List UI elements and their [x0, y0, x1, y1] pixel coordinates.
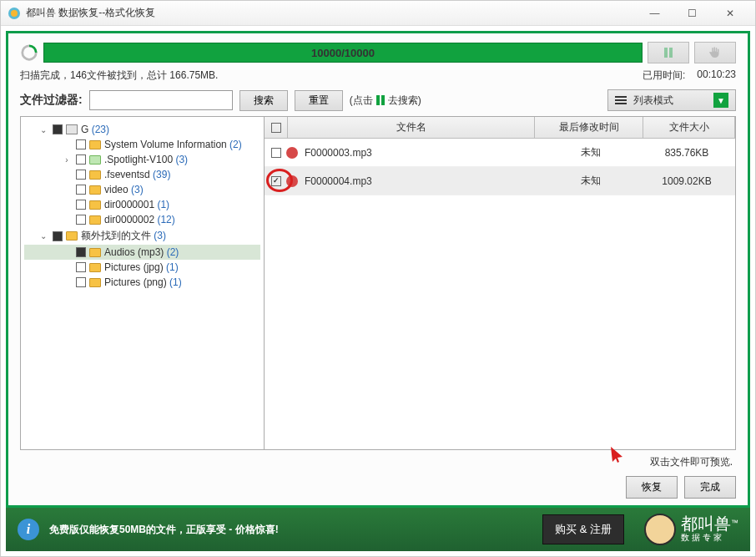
- file-row[interactable]: F0000003.mp3未知835.76KB: [265, 139, 735, 167]
- tree-node[interactable]: ⌄额外找到的文件 (3): [24, 227, 260, 245]
- tree-label: Pictures (png) (1): [104, 276, 182, 288]
- tree-node[interactable]: .fseventsd (39): [24, 167, 260, 182]
- tree-checkbox[interactable]: [76, 247, 86, 257]
- folder-icon: [89, 185, 101, 195]
- tree-checkbox[interactable]: [76, 185, 86, 195]
- tree-checkbox[interactable]: [76, 154, 86, 165]
- app-icon: [8, 7, 21, 20]
- filter-row: 文件过滤器: 搜索 重置 (点击 去搜索) 列表模式 ▼: [20, 89, 736, 111]
- tree-node[interactable]: Pictures (png) (1): [24, 275, 260, 290]
- stop-button[interactable]: [694, 42, 736, 63]
- progress-row: 10000/10000: [20, 42, 736, 63]
- spinner-icon: [20, 43, 38, 62]
- row-checkbox[interactable]: [271, 148, 281, 158]
- hint-row: 双击文件即可预览.: [20, 450, 736, 473]
- tree-label: Audios (mp3) (2): [104, 246, 179, 258]
- elapsed-value: 00:10:23: [697, 68, 736, 83]
- folder-icon: [89, 248, 101, 257]
- tree-label: System Volume Information (2): [104, 139, 242, 150]
- tree-checkbox[interactable]: [76, 262, 86, 272]
- file-name: F0000003.mp3: [305, 147, 537, 159]
- folder-icon: [89, 263, 101, 272]
- tree-checkbox[interactable]: [53, 124, 63, 134]
- search-button[interactable]: 搜索: [239, 90, 288, 111]
- finish-button[interactable]: 完成: [684, 476, 736, 499]
- tree-label: Pictures (jpg) (1): [104, 261, 179, 273]
- mascot-icon: [644, 514, 676, 545]
- chevron-icon[interactable]: ⌄: [38, 125, 49, 134]
- file-row[interactable]: F0000004.mp3未知1009.02KB: [265, 167, 735, 195]
- arrow-icon: [607, 443, 627, 463]
- view-mode-dropdown[interactable]: 列表模式 ▼: [607, 89, 736, 111]
- titlebar: 都叫兽 数据恢复--格式化恢复 — ☐ ✕: [1, 1, 755, 26]
- tree-checkbox[interactable]: [76, 139, 86, 149]
- list-icon: [615, 96, 627, 104]
- select-all-checkbox[interactable]: [271, 123, 281, 133]
- tree-node[interactable]: Pictures (jpg) (1): [24, 260, 260, 275]
- file-modified: 未知: [537, 145, 645, 160]
- status-row: 扫描完成，146文件被找到，总计 166.75MB. 已用时间: 00:10:2…: [20, 68, 736, 83]
- col-mod[interactable]: 最后修改时间: [535, 117, 643, 138]
- audio-file-icon: [286, 147, 298, 159]
- tree-node[interactable]: ⌄G (23): [24, 122, 260, 137]
- file-list-panel: 文件名 最后修改时间 文件大小 F0000003.mp3未知835.76KBF0…: [265, 117, 735, 449]
- row-checkbox[interactable]: [271, 176, 281, 186]
- view-mode-label: 列表模式: [633, 94, 673, 108]
- maximize-button[interactable]: ☐: [673, 2, 711, 25]
- filter-label: 文件过滤器:: [20, 93, 83, 108]
- col-size[interactable]: 文件大小: [643, 117, 735, 138]
- tree-node[interactable]: System Volume Information (2): [24, 137, 260, 152]
- brand-sub: 数据专家: [681, 532, 738, 544]
- minimize-button[interactable]: —: [636, 2, 673, 25]
- folder-icon: [89, 170, 101, 180]
- action-row: 恢复 完成: [20, 473, 736, 499]
- preview-hint: 双击文件即可预览.: [650, 456, 733, 468]
- content-area: ⌄G (23)System Volume Information (2)›.Sp…: [20, 116, 736, 450]
- pause-glyph-icon: [376, 95, 385, 105]
- file-size: 1009.02KB: [645, 175, 728, 187]
- tree-label: dir0000002 (12): [104, 214, 175, 225]
- chrome: 10000/10000 扫描完成，146文件被找到，总计 166.75MB. 已…: [1, 26, 755, 556]
- tree-label: dir0000001 (1): [104, 199, 169, 210]
- file-size: 835.76KB: [645, 147, 728, 159]
- folder-icon: [89, 200, 101, 210]
- tree-checkbox[interactable]: [76, 170, 86, 180]
- tree-checkbox[interactable]: [76, 200, 86, 210]
- brand-logo: 都叫兽™ 数据专家: [644, 514, 738, 545]
- folder-icon: [89, 215, 101, 225]
- chevron-icon[interactable]: ›: [61, 155, 73, 165]
- filter-input[interactable]: [89, 90, 233, 110]
- reset-button[interactable]: 重置: [295, 90, 343, 111]
- tree-node[interactable]: ›.Spotlight-V100 (3): [24, 152, 260, 167]
- footer-message: 免费版仅能恢复50MB的文件，正版享受 - 价格惊喜!: [49, 523, 279, 537]
- tree-node[interactable]: dir0000002 (12): [24, 212, 260, 227]
- file-name: F0000004.mp3: [305, 175, 537, 187]
- file-modified: 未知: [537, 174, 645, 188]
- close-button[interactable]: ✕: [711, 2, 748, 25]
- tree-node[interactable]: dir0000001 (1): [24, 197, 260, 212]
- tree-checkbox[interactable]: [76, 215, 86, 225]
- folder-tree[interactable]: ⌄G (23)System Volume Information (2)›.Sp…: [21, 117, 265, 449]
- info-icon: i: [18, 519, 39, 540]
- window-title: 都叫兽 数据恢复--格式化恢复: [26, 6, 155, 20]
- folder-icon: [89, 140, 101, 149]
- buy-register-button[interactable]: 购买 & 注册: [542, 514, 624, 544]
- tree-checkbox[interactable]: [53, 231, 63, 241]
- recover-button[interactable]: 恢复: [626, 476, 678, 499]
- chevron-icon[interactable]: ⌄: [38, 231, 49, 241]
- tree-node[interactable]: video (3): [24, 182, 260, 197]
- drive-icon: [66, 124, 78, 134]
- list-body[interactable]: F0000003.mp3未知835.76KBF0000004.mp3未知1009…: [265, 139, 735, 449]
- tree-label: .Spotlight-V100 (3): [104, 154, 188, 165]
- progress-text: 10000/10000: [311, 47, 375, 59]
- pause-button[interactable]: [648, 42, 689, 63]
- audio-file-icon: [286, 175, 298, 187]
- tree-checkbox[interactable]: [76, 277, 86, 287]
- tree-node[interactable]: Audios (mp3) (2): [24, 245, 260, 260]
- col-name[interactable]: 文件名: [288, 117, 535, 138]
- tree-label: G (23): [81, 124, 109, 135]
- tree-label: 额外找到的文件 (3): [81, 229, 166, 243]
- main-panel: 10000/10000 扫描完成，146文件被找到，总计 166.75MB. 已…: [6, 31, 750, 508]
- tree-label: .fseventsd (39): [104, 169, 170, 180]
- list-header: 文件名 最后修改时间 文件大小: [265, 117, 735, 139]
